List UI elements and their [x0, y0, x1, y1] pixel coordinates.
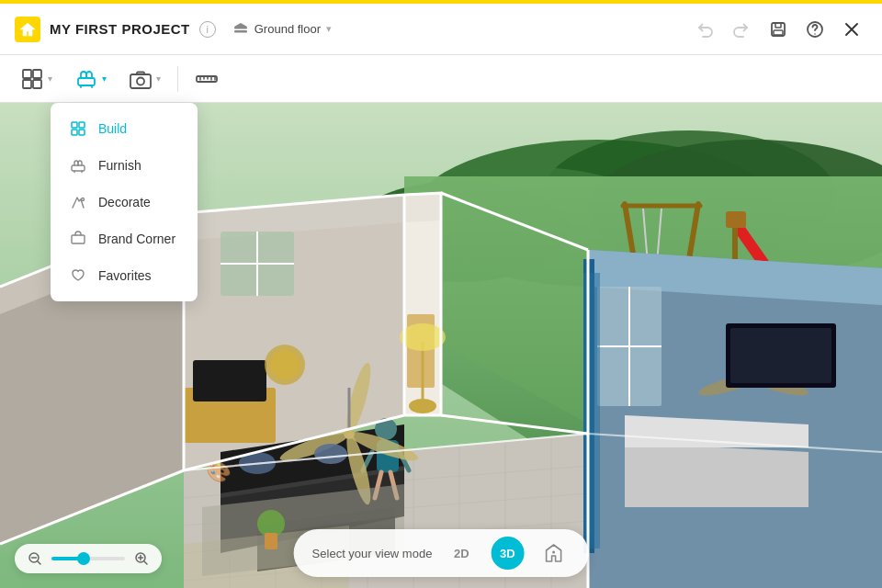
svg-rect-85: [193, 360, 266, 401]
floor-layers-icon: [232, 21, 249, 38]
svg-rect-18: [72, 130, 77, 135]
zoom-out-icon: [28, 551, 42, 566]
svg-rect-5: [774, 30, 783, 35]
home-logo-icon: [15, 17, 40, 42]
furnish-chevron-icon: ▾: [102, 74, 107, 84]
help-icon: [806, 20, 824, 39]
floor-plan-icon: [20, 67, 44, 91]
view-3d-button[interactable]: 3D: [491, 537, 524, 570]
measure-tool[interactable]: [186, 62, 228, 96]
svg-rect-20: [72, 165, 85, 171]
save-button[interactable]: [763, 14, 794, 45]
svg-rect-4: [775, 23, 781, 28]
redo-button[interactable]: [726, 14, 757, 45]
help-button[interactable]: [799, 14, 831, 45]
menu-item-favorites[interactable]: Favorites: [51, 257, 198, 294]
brand-corner-icon: [69, 230, 87, 248]
furnish-icon: [74, 67, 98, 91]
camera-chevron-icon: ▾: [156, 74, 161, 84]
svg-rect-10: [23, 80, 31, 88]
svg-rect-12: [78, 78, 95, 85]
favorites-label: Favorites: [98, 268, 152, 283]
view-2d-label: 2D: [454, 547, 469, 560]
svg-point-14: [137, 77, 144, 85]
save-icon: [769, 20, 787, 39]
zoom-in-button[interactable]: [132, 549, 151, 568]
menu-item-build[interactable]: Build: [51, 110, 198, 147]
svg-rect-8: [23, 70, 31, 78]
furnish-menu-icon: [69, 156, 87, 175]
decorate-icon: [69, 193, 87, 211]
svg-point-109: [400, 323, 446, 351]
floor-plan-tool[interactable]: ▾: [11, 62, 62, 96]
dropdown-menu: Build Furnish Decorate: [51, 103, 198, 301]
svg-rect-9: [33, 70, 41, 78]
svg-line-124: [144, 561, 147, 564]
project-title: MY FIRST PROJECT: [50, 21, 190, 37]
toolbar-divider: [177, 66, 178, 92]
svg-line-120: [38, 561, 40, 564]
zoom-out-button[interactable]: [26, 549, 44, 568]
svg-rect-17: [79, 122, 85, 128]
svg-point-87: [270, 350, 300, 379]
svg-marker-88: [625, 443, 808, 507]
camera-icon: [129, 67, 153, 91]
info-icon[interactable]: i: [199, 21, 216, 38]
svg-rect-98: [730, 328, 831, 383]
dollhouse-icon: [543, 543, 563, 563]
brand-corner-label: Brand Corner: [98, 232, 175, 246]
menu-item-furnish[interactable]: Furnish: [51, 147, 198, 184]
svg-point-21: [82, 198, 85, 201]
svg-rect-105: [265, 533, 277, 549]
svg-rect-16: [72, 122, 77, 128]
header: MY FIRST PROJECT i Ground floor ▾: [0, 4, 882, 55]
svg-point-107: [314, 444, 347, 464]
svg-marker-65: [404, 193, 441, 222]
svg-rect-11: [33, 80, 41, 88]
toolbar: ▾ ▾ ▾: [0, 55, 882, 103]
measure-icon: [195, 67, 219, 91]
undo-button[interactable]: [689, 14, 720, 45]
decorate-label: Decorate: [98, 195, 151, 209]
floor-selector[interactable]: Ground floor ▾: [225, 17, 339, 41]
floor-label: Ground floor: [254, 22, 321, 36]
menu-item-decorate[interactable]: Decorate: [51, 184, 198, 220]
svg-rect-13: [130, 74, 151, 88]
build-label: Build: [98, 121, 127, 136]
view-mode-bar: Select your view mode 2D 3D: [294, 529, 589, 577]
favorites-icon: [69, 266, 87, 285]
svg-rect-22: [72, 235, 85, 243]
close-button[interactable]: [836, 14, 867, 45]
svg-rect-39: [726, 211, 746, 228]
redo-icon: [732, 20, 751, 39]
undo-icon: [695, 20, 714, 39]
floor-plan-chevron-icon: ▾: [48, 74, 52, 84]
view-mode-label: Select your view mode: [312, 547, 433, 560]
close-icon: [842, 20, 861, 39]
svg-rect-2: [234, 30, 247, 33]
build-icon: [69, 119, 87, 138]
camera-tool[interactable]: ▾: [119, 62, 170, 96]
zoom-in-icon: [134, 551, 149, 566]
furnish-tool[interactable]: ▾: [65, 62, 116, 96]
header-left: MY FIRST PROJECT i Ground floor ▾: [15, 17, 339, 42]
svg-point-7: [814, 33, 816, 35]
furnish-menu-label: Furnish: [98, 158, 141, 173]
svg-rect-100: [583, 273, 600, 548]
view-2d-button[interactable]: 2D: [445, 537, 478, 570]
zoom-bar: [15, 544, 162, 573]
header-right: [689, 14, 867, 45]
view-dollhouse-button[interactable]: [537, 537, 570, 570]
svg-rect-1: [234, 27, 247, 29]
zoom-thumb[interactable]: [77, 552, 90, 565]
zoom-slider[interactable]: [51, 557, 125, 560]
svg-point-117: [552, 551, 555, 554]
view-3d-label: 3D: [500, 547, 515, 560]
svg-point-110: [409, 399, 436, 413]
svg-rect-19: [79, 130, 85, 135]
menu-item-brand-corner[interactable]: Brand Corner: [51, 220, 198, 257]
floor-chevron-icon: ▾: [326, 23, 332, 35]
